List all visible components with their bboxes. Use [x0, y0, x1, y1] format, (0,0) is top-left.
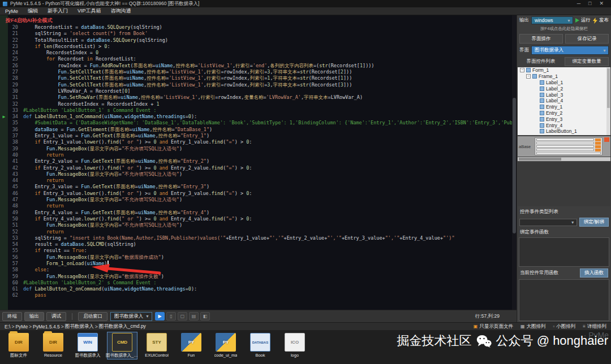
code-line[interactable]: 23 if len(RecordsetList) > 0: [0, 44, 512, 50]
file-item[interactable]: ICOlogo [279, 332, 310, 359]
layout-icon[interactable]: ▤ [189, 312, 199, 320]
tree-item[interactable]: Entry_4 [518, 122, 610, 128]
breakpoint-margin[interactable] [0, 292, 8, 298]
breakpoint-margin[interactable] [0, 50, 8, 56]
editor-scrollbar[interactable] [512, 15, 517, 310]
breakpoint-margin[interactable] [0, 101, 8, 107]
code-line[interactable]: 46 if Entry_3_value.lower().find(" or ")… [0, 190, 512, 197]
breakpoint-margin[interactable] [0, 146, 8, 152]
breakpoint-margin[interactable] [0, 88, 8, 94]
menu-item[interactable]: PyMe [5, 8, 18, 14]
code-line[interactable]: 52 return [0, 229, 512, 235]
play-icon[interactable]: ▶ [155, 312, 165, 320]
tab-bound-variables[interactable]: 绑定变量数量 [565, 57, 609, 66]
menu-item[interactable]: 编辑 [28, 7, 38, 15]
file-item[interactable]: PYcode_ui_ma [210, 332, 241, 359]
publish-button[interactable]: 发布 [593, 17, 609, 24]
maximize-button[interactable]: □ [588, 0, 591, 7]
code-line[interactable]: 25 for Recordset in RecordsetList: [0, 56, 512, 62]
breakpoint-margin[interactable] [0, 24, 8, 31]
breakpoint-margin[interactable] [0, 63, 8, 69]
file-item[interactable]: CMD图书数据录入_cmd [107, 332, 137, 359]
breakpoint-margin[interactable] [0, 216, 8, 222]
tree-item[interactable]: LabelButton_1 [518, 128, 610, 135]
code-line[interactable]: 37 Entry_1_value = Fun.GetText(界面名称=uiNa… [0, 133, 512, 139]
code-line[interactable]: 39 Fun.MessageBox(显示文字内容="不允许填写SQL注入语句") [0, 146, 512, 152]
common-function-list[interactable] [519, 279, 609, 321]
status-tab-调试[interactable]: 调试 [46, 312, 66, 321]
code-line[interactable]: 49 Entry_4_value = Fun.GetText(界面名称=uiNa… [0, 210, 512, 216]
preview-hscrollbar[interactable] [518, 157, 610, 161]
code-line[interactable]: 30 LVRowVar_A = Recordset[0] [0, 88, 512, 94]
file-item[interactable]: DIRResource [38, 332, 68, 359]
breakpoint-margin[interactable] [0, 210, 8, 216]
breakpoint-margin[interactable] [0, 177, 8, 184]
code-lines[interactable]: 20 RecordsetList = dataBase.SQLQuery(sql… [0, 24, 512, 310]
breakpoint-margin[interactable] [0, 31, 8, 37]
code-line[interactable]: 31 Fun.SetRowVar(界面名称=uiName,控件名称='ListV… [0, 94, 512, 101]
breakpoint-margin[interactable] [0, 254, 8, 261]
form-preview-canvas[interactable]: aBase [518, 136, 610, 157]
code-line[interactable]: 28 Fun.SetCellText(界面名称=uiName,控件名称='Lis… [0, 75, 512, 81]
code-line[interactable]: 48 return [0, 203, 512, 209]
file-item[interactable]: DIR图标文件 [3, 332, 34, 359]
code-line[interactable]: 47 Fun.MessageBox(显示文字内容="不允许填写SQL注入语句") [0, 197, 512, 203]
split-icon[interactable]: ◧ [200, 312, 210, 320]
launch-window-button[interactable]: 启动窗口 [78, 312, 107, 321]
code-line[interactable]: 27 Fun.SetCellText(界面名称=uiName,控件名称='Lis… [0, 69, 512, 75]
code-line[interactable]: 60#LabelButton 'LabelButton_2' s Command… [0, 280, 512, 286]
code-line[interactable]: 51 Fun.MessageBox(显示文字内容="不允许填写SQL注入语句") [0, 222, 512, 228]
code-editor[interactable]: 按F4启动AI补全模式 20 RecordsetList = dataBase.… [0, 15, 517, 310]
file-item[interactable]: WIN图书数据录入 [72, 332, 103, 359]
breakpoint-margin[interactable] [0, 197, 8, 203]
tree-item[interactable]: Label_1 [518, 80, 610, 86]
tree-item[interactable]: Label_4 [518, 98, 610, 104]
code-line[interactable]: 22 TotalResultList = dataBase.SQLQuery(s… [0, 37, 512, 44]
tree-item[interactable]: −Form_1 [518, 67, 610, 73]
breakpoint-margin[interactable] [0, 248, 8, 254]
breakpoint-margin[interactable] [0, 190, 8, 197]
code-line[interactable]: 50 if Entry_4_value.lower().find(" or ")… [0, 216, 512, 222]
bound-function-list[interactable] [519, 237, 609, 267]
menu-item[interactable]: VIP工具箱 [78, 7, 101, 15]
code-line[interactable]: 40 return [0, 152, 512, 158]
file-item[interactable]: STYEXUIControl [141, 332, 172, 359]
target-select[interactable]: windows ▼ [531, 16, 573, 24]
close-button[interactable]: ✕ [599, 0, 604, 7]
breakpoint-margin[interactable] [0, 107, 8, 114]
code-line[interactable]: 58 else: [0, 267, 512, 273]
bind-unbind-button[interactable]: 绑定/解绑 [579, 218, 609, 227]
tab-widget-list[interactable]: 界面控件列表 [519, 58, 562, 65]
breakpoint-margin[interactable] [0, 280, 8, 286]
ui-operations-button[interactable]: 界面操作 [519, 34, 563, 44]
breakpoint-margin[interactable] [0, 44, 8, 50]
expander-icon[interactable]: − [526, 74, 531, 79]
code-line[interactable]: 53 sqlString = "insert into Book(Name,Au… [0, 235, 512, 241]
save-record-button[interactable]: 保存记录 [565, 34, 609, 44]
code-line[interactable]: 41 Entry_2_value = Fun.GetText(界面名称=uiNa… [0, 158, 512, 164]
event-type-select[interactable]: ▼ [519, 219, 577, 226]
breakpoint-margin[interactable] [0, 203, 8, 209]
breakpoint-margin[interactable] [0, 152, 8, 158]
page-select[interactable]: 图书数据录入 ▼ [110, 312, 152, 321]
code-line[interactable]: 43 Fun.MessageBox(显示文字内容="不允许填写SQL注入语句") [0, 171, 512, 177]
path-segment[interactable]: PyMe1.5.4.5 [33, 324, 60, 330]
code-line[interactable]: 45 Entry_3_value = Fun.GetText(界面名称=uiNa… [0, 184, 512, 190]
stop-icon[interactable]: ▢ [178, 312, 187, 320]
hide-sidebar-hint[interactable]: 按F4或点击此处隐藏侧栏 [517, 25, 611, 33]
code-line[interactable]: 33#LabelButton 'LabelButton_1' s Command… [0, 107, 512, 114]
widget-tree[interactable]: −Form_1−Frame_1Label_1Label_2Label_3Labe… [518, 67, 610, 135]
menu-item[interactable]: 新手入门 [48, 7, 68, 15]
pause-icon[interactable]: ▯ [166, 312, 176, 320]
file-item[interactable]: DATABASBook [245, 332, 276, 359]
path-segment[interactable]: PyMe [15, 324, 28, 330]
breakpoint-margin[interactable] [0, 139, 8, 145]
breakpoint-margin[interactable] [0, 222, 8, 228]
breakpoint-margin[interactable] [0, 171, 8, 177]
code-line[interactable]: 55 if result == True: [0, 248, 512, 254]
tree-item[interactable]: Entry_3 [518, 116, 610, 122]
breakpoint-margin[interactable] [0, 229, 8, 235]
code-line[interactable]: 29 Fun.SetCellText(界面名称=uiName,控件名称='Lis… [0, 82, 512, 88]
code-line[interactable]: 21 sqlString = 'select count(*) from Boo… [0, 31, 512, 37]
code-line[interactable]: 36 dataBase = Fun.GetElement(界面名称=uiName… [0, 127, 512, 133]
